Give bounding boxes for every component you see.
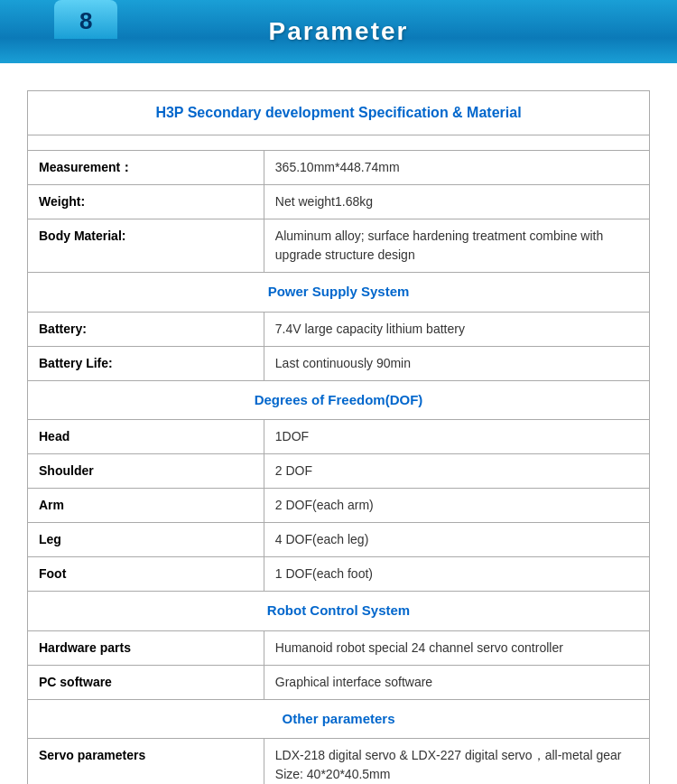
table-row: Body Material:Aluminum alloy; surface ha… — [28, 219, 650, 273]
section-header-row: Robot Control System — [28, 592, 650, 631]
page-header: 8 Parameter — [0, 0, 677, 63]
row-label: Leg — [28, 523, 264, 557]
table-row: Head1DOF — [28, 420, 650, 454]
row-value: 7.4V large capacity lithium battery — [264, 312, 649, 346]
row-label: Battery Life: — [28, 346, 264, 380]
table-row: Measurement：365.10mm*448.74mm — [28, 151, 650, 185]
section-header-row: Degrees of Freedom(DOF) — [28, 380, 650, 420]
tab-number-badge: 8 — [54, 0, 117, 39]
row-value: 2 DOF — [264, 454, 649, 489]
row-label: Weight: — [28, 185, 264, 219]
row-value: Net weight1.68kg — [264, 185, 649, 219]
table-row: Weight:Net weight1.68kg — [28, 185, 650, 219]
table-row: PC softwareGraphical interface software — [28, 665, 650, 699]
row-label: Shoulder — [28, 454, 264, 489]
main-content: H3P Secondary development Specification … — [0, 63, 677, 784]
row-label: Arm — [28, 489, 264, 523]
row-value: Aluminum alloy; surface hardening treatm… — [264, 219, 649, 273]
row-label: Body Material: — [28, 219, 264, 273]
row-value: 1 DOF(each foot) — [264, 557, 649, 592]
row-label: Battery: — [28, 312, 264, 346]
table-row: Battery:7.4V large capacity lithium batt… — [28, 312, 650, 346]
row-value: 1DOF — [264, 420, 649, 454]
table-row: Servo parametersLDX-218 digital servo & … — [28, 739, 650, 785]
row-label: Head — [28, 420, 264, 454]
row-value: Humanoid robot special 24 channel servo … — [264, 630, 649, 665]
section-header-row: Other parameters — [28, 699, 650, 739]
table-main-title: H3P Secondary development Specification … — [28, 91, 650, 135]
row-value: 4 DOF(each leg) — [264, 523, 649, 557]
row-label: Foot — [28, 557, 264, 592]
table-row: Hardware partsHumanoid robot special 24 … — [28, 630, 650, 665]
row-value: Graphical interface software — [264, 665, 649, 699]
table-row: Leg4 DOF(each leg) — [28, 523, 650, 557]
row-label: Hardware parts — [28, 630, 264, 665]
table-row: Shoulder2 DOF — [28, 454, 650, 489]
parameter-table: H3P Secondary development Specification … — [27, 90, 650, 784]
tab-number: 8 — [79, 7, 92, 35]
table-row: Foot1 DOF(each foot) — [28, 557, 650, 592]
spacer-row — [28, 135, 650, 151]
table-row: Battery Life:Last continuously 90min — [28, 346, 650, 380]
row-label: Measurement： — [28, 151, 264, 185]
row-label: Servo parameters — [28, 739, 264, 785]
table-row: Arm2 DOF(each arm) — [28, 489, 650, 523]
section-header-row: Power Supply System — [28, 273, 650, 313]
row-value: 365.10mm*448.74mm — [264, 151, 649, 185]
row-value: 2 DOF(each arm) — [264, 489, 649, 523]
row-value: Last continuously 90min — [264, 346, 649, 380]
row-label: PC software — [28, 665, 264, 699]
row-value: LDX-218 digital servo & LDX-227 digital … — [264, 739, 649, 785]
